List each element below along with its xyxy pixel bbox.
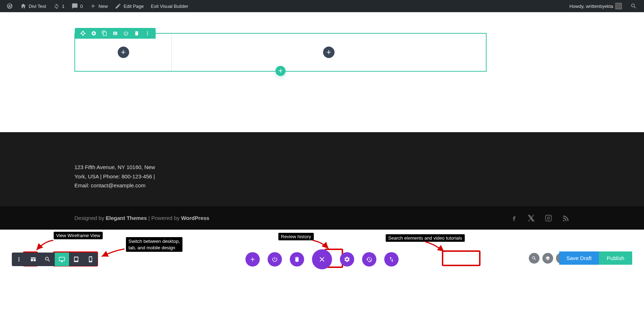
close-icon xyxy=(318,255,326,263)
trash-icon xyxy=(294,256,300,263)
powered-prefix: | Powered by xyxy=(147,215,181,221)
wordpress-icon xyxy=(6,3,13,9)
howdy-text: Howdy, writtenbyekta xyxy=(569,4,613,9)
layers-button[interactable] xyxy=(542,253,553,264)
toolbar-menu-button[interactable] xyxy=(12,253,26,266)
portability-button[interactable] xyxy=(384,252,399,266)
footer-credits: Designed by Elegant Themes | Powered by … xyxy=(74,215,510,221)
column-2[interactable]: + xyxy=(172,34,486,71)
desktop-view-button[interactable] xyxy=(55,253,69,266)
delete-button[interactable] xyxy=(131,30,142,37)
publish-button[interactable]: Publish xyxy=(599,251,632,265)
builder-bar xyxy=(0,230,644,317)
updates[interactable]: 1 xyxy=(50,0,68,12)
desktop-icon xyxy=(59,256,65,263)
gear-icon xyxy=(344,256,350,263)
power-button[interactable] xyxy=(121,30,131,37)
comments-count: 0 xyxy=(80,4,83,9)
builder-actions xyxy=(245,249,399,269)
edit-page-label: Edit Page xyxy=(123,4,143,9)
exit-builder-label: Exit Visual Builder xyxy=(151,4,189,9)
page-footer: 123 Fifth Avenue, NY 10160, New York, US… xyxy=(0,132,644,230)
instagram-icon[interactable] xyxy=(545,214,552,222)
history-button[interactable] xyxy=(362,252,376,266)
gear-icon xyxy=(91,30,97,36)
avatar xyxy=(615,3,622,9)
power-icon xyxy=(123,30,129,36)
add-module-button[interactable]: + xyxy=(118,47,129,58)
footer-contact-text: 123 Fifth Avenue, NY 10160, New York, US… xyxy=(74,164,155,188)
plus-icon xyxy=(90,3,96,9)
columns-icon xyxy=(112,30,118,36)
builder-canvas: + + + xyxy=(0,12,644,132)
column-1[interactable]: + xyxy=(75,34,172,71)
mobile-view-button[interactable] xyxy=(83,253,98,266)
annotation-switch-view: Switch between desktop, tab, and mobile … xyxy=(126,237,182,252)
trash-icon xyxy=(134,30,140,36)
pencil-icon xyxy=(115,3,121,9)
save-publish-group: Save Draft Publish xyxy=(559,251,632,265)
comment-icon xyxy=(72,3,78,9)
site-title-text: Divi Test xyxy=(29,4,46,9)
edit-page[interactable]: Edit Page xyxy=(111,0,147,12)
save-layout-button[interactable] xyxy=(110,30,121,37)
search-icon xyxy=(630,3,637,9)
settings-button[interactable] xyxy=(88,30,99,37)
plus-icon xyxy=(249,256,256,263)
wireframe-icon xyxy=(30,256,36,263)
add-section-button[interactable] xyxy=(245,252,260,266)
home-icon xyxy=(20,3,26,9)
annotation-search-help: Search elements and video tutorials xyxy=(386,234,465,242)
close-builder-button[interactable] xyxy=(312,249,332,269)
search-icon xyxy=(532,256,537,261)
designed-prefix: Designed by xyxy=(74,215,106,221)
refresh-icon xyxy=(53,3,60,9)
add-module-button[interactable]: + xyxy=(323,47,335,58)
save-draft-button[interactable]: Save Draft xyxy=(559,251,599,265)
footer-contact: 123 Fifth Avenue, NY 10160, New York, US… xyxy=(0,132,157,190)
new-label: New xyxy=(98,4,108,9)
more-vert-icon xyxy=(145,30,150,36)
clear-button[interactable] xyxy=(290,252,304,266)
wp-admin-bar: Divi Test 1 0 New Edit Page Exit Visual … xyxy=(0,0,644,12)
search-help-button[interactable] xyxy=(529,253,540,264)
mobile-icon xyxy=(87,256,94,263)
zoom-view-button[interactable] xyxy=(40,253,55,266)
footer-bottom-bar: Designed by Elegant Themes | Powered by … xyxy=(0,206,644,230)
facebook-icon[interactable] xyxy=(510,214,518,222)
load-button[interactable] xyxy=(268,252,282,266)
duplicate-icon xyxy=(102,30,107,36)
tablet-view-button[interactable] xyxy=(69,253,83,266)
new-content[interactable]: New xyxy=(86,0,111,12)
admin-search[interactable] xyxy=(629,0,638,12)
swap-vert-icon xyxy=(388,256,395,263)
wireframe-view-button[interactable] xyxy=(26,253,40,266)
power-icon xyxy=(272,256,278,263)
annotation-wireframe: View Wireframe View xyxy=(54,232,103,239)
site-name[interactable]: Divi Test xyxy=(16,0,50,12)
wp-logo[interactable] xyxy=(3,0,16,12)
add-row-button[interactable]: + xyxy=(275,66,286,76)
more-button[interactable] xyxy=(142,30,153,37)
exit-visual-builder[interactable]: Exit Visual Builder xyxy=(147,0,192,12)
duplicate-button[interactable] xyxy=(99,30,110,37)
annotation-history: Review history xyxy=(278,233,314,240)
footer-social xyxy=(510,214,570,222)
more-vert-icon xyxy=(16,256,22,263)
comments[interactable]: 0 xyxy=(68,0,86,12)
move-icon xyxy=(80,30,86,36)
view-mode-toolbar xyxy=(12,253,98,266)
history-icon xyxy=(366,256,372,263)
rss-icon[interactable] xyxy=(562,214,570,222)
admin-bar-left: Divi Test 1 0 New Edit Page Exit Visual … xyxy=(3,0,192,12)
move-button[interactable] xyxy=(78,30,88,37)
howdy-user[interactable]: Howdy, writtenbyekta xyxy=(566,0,625,12)
wordpress-link[interactable]: WordPress xyxy=(181,215,209,221)
row[interactable]: + + + xyxy=(74,33,487,72)
x-icon[interactable] xyxy=(527,214,535,222)
elegant-themes-link[interactable]: Elegant Themes xyxy=(106,215,147,221)
page-settings-button[interactable] xyxy=(340,252,354,266)
search-icon xyxy=(44,256,51,263)
section[interactable]: + + + xyxy=(74,33,487,72)
layers-icon xyxy=(545,256,550,261)
